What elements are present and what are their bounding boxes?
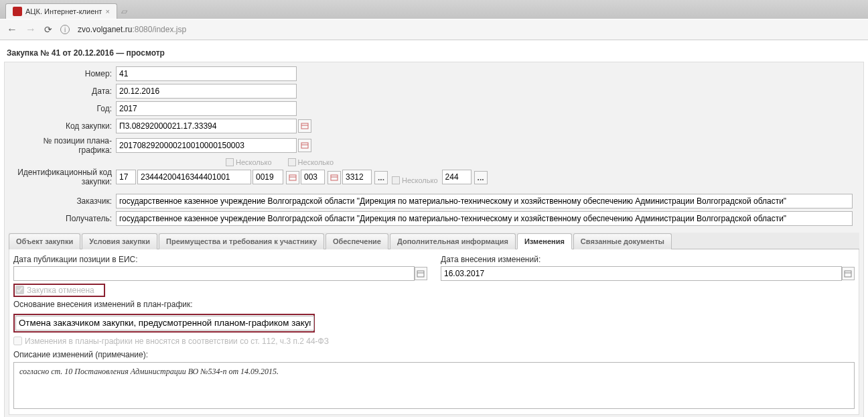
form-panel: Номер: Дата: Год: Код закупки: № позиции… [4, 62, 864, 417]
close-tab-icon[interactable]: × [105, 7, 109, 15]
plan-pos-field[interactable] [116, 138, 297, 153]
calendar-icon[interactable] [415, 267, 427, 280]
plan-pos-label: № позиции плана-графика: [9, 136, 116, 156]
purchase-code-label: Код закупки: [9, 121, 116, 131]
nav-forward-icon: → [25, 23, 36, 36]
svg-rect-8 [417, 271, 424, 277]
date-label: Дата: [9, 86, 116, 96]
plan-pos-picker-icon[interactable] [298, 139, 311, 152]
idcode-part-5[interactable] [342, 170, 372, 184]
customer-field[interactable] [116, 194, 853, 208]
idcode-part-3[interactable] [252, 170, 283, 184]
year-label: Год: [9, 104, 116, 113]
several-checkbox-2: Несколько [288, 158, 334, 166]
tab-requirements[interactable]: Преимущества и требования к участнику [159, 233, 324, 249]
svg-rect-10 [845, 271, 851, 277]
site-favicon [13, 7, 22, 16]
pub-date-field[interactable] [13, 266, 415, 281]
purchase-code-picker-icon[interactable] [298, 119, 311, 133]
pub-date-label: Дата публикации позиции в ЕИС: [13, 255, 427, 264]
idcode-dots-button-2[interactable]: ... [474, 171, 488, 184]
year-field[interactable] [116, 101, 297, 116]
cancelled-label: Закупка отменена [27, 286, 94, 295]
tab-changes[interactable]: Изменения [517, 233, 572, 249]
desc-textarea[interactable]: согласно ст. 10 Постановления Администра… [13, 362, 855, 409]
tab-title: АЦК. Интернет-клиент [25, 7, 102, 15]
idcode-label: Идентификационный кодзакупки: [9, 168, 116, 187]
page-title: Закупка № 41 от 20.12.2016 — просмотр [4, 44, 864, 62]
idcode-part-2[interactable] [137, 170, 251, 184]
date-field[interactable] [116, 84, 297, 99]
svg-rect-0 [301, 123, 308, 129]
nav-back-icon[interactable]: ← [7, 23, 17, 36]
idcode-part-1[interactable] [116, 170, 136, 184]
idcode-part-6[interactable] [442, 170, 472, 184]
desc-label: Описание изменений (примечание): [13, 350, 855, 359]
idcode-dots-button-1[interactable]: ... [374, 171, 388, 184]
several-checkbox-1: Несколько [226, 158, 272, 166]
browser-tab[interactable]: АЦК. Интернет-клиент × [5, 3, 117, 19]
number-label: Номер: [9, 69, 116, 78]
number-field[interactable] [116, 66, 297, 81]
customer-label: Заказчик: [9, 196, 116, 206]
checkbox-icon [392, 176, 400, 184]
new-tab-button[interactable]: ▱ [117, 4, 131, 19]
idcode-picker-icon-1[interactable] [286, 171, 299, 184]
basis-label: Основание внесения изменений в план-граф… [13, 300, 855, 309]
recipient-label: Получатель: [9, 214, 116, 223]
basis-field[interactable] [15, 316, 314, 331]
tab-changes-content: Дата публикации позиции в ЕИС: Дата внес… [9, 249, 859, 415]
reload-icon[interactable]: ⟳ [44, 24, 52, 35]
change-date-field[interactable] [441, 266, 842, 281]
checkbox-icon [288, 158, 296, 166]
basis-highlight [13, 314, 315, 333]
svg-rect-6 [331, 175, 338, 180]
site-info-icon[interactable]: i [60, 25, 70, 34]
tab-strip: Объект закупки Условия закупки Преимущес… [9, 233, 859, 249]
idcode-part-4[interactable] [301, 170, 325, 184]
purchase-code-field[interactable] [116, 119, 297, 133]
recipient-field[interactable] [116, 211, 853, 226]
no-changes-label: Изменения в планы-графики не вносятся в … [25, 337, 329, 346]
cancelled-checkbox [15, 286, 24, 294]
url-display[interactable]: zvo.volganet.ru:8080/index.jsp [78, 25, 186, 34]
idcode-picker-icon-2[interactable] [328, 171, 341, 184]
tab-conditions[interactable]: Условия закупки [82, 233, 157, 249]
tab-additional-info[interactable]: Дополнительная информация [390, 233, 516, 249]
no-changes-checkbox [13, 337, 22, 345]
checkbox-icon [226, 158, 234, 166]
browser-tab-strip: АЦК. Интернет-клиент × ▱ [0, 0, 868, 19]
browser-toolbar: ← → ⟳ i zvo.volganet.ru:8080/index.jsp [0, 19, 868, 40]
calendar-icon[interactable] [842, 267, 855, 280]
idcode-checkbox-row: Несколько Несколько [226, 158, 859, 166]
tab-object[interactable]: Объект закупки [9, 233, 80, 249]
change-date-label: Дата внесения изменений: [441, 255, 855, 264]
tab-linked-docs[interactable]: Связанные документы [573, 233, 672, 249]
svg-rect-2 [301, 143, 308, 148]
svg-rect-4 [289, 175, 296, 180]
cancelled-highlight: Закупка отменена [13, 284, 105, 297]
tab-security[interactable]: Обеспечение [326, 233, 388, 249]
